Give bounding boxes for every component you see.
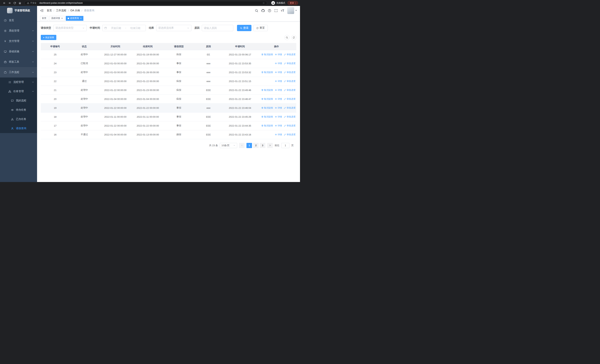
sidebar-item-workflow[interactable]: 工作流程 [0,67,37,77]
cancel-leave-link[interactable]: 取消请假 [261,97,273,101]
address-bar[interactable]: 不安全 dashboard.yudao.iocoder.cn/bpm/oa/le… [24,1,267,5]
progress-link[interactable]: 审批进度 [284,106,296,110]
leave-type-label: 请假类型 [41,26,51,30]
cell-operations: 取消请假 详情 审批进度 [257,121,296,130]
sidebar-item-infrastructure[interactable]: 基础设施 [0,46,37,57]
result-select[interactable]: 请选择流结果 [156,25,191,31]
bookmark-star-icon[interactable]: ☆ [262,1,265,4]
tree-icon [8,90,11,93]
browser-forward-button[interactable] [7,0,12,5]
sidebar-item-done-tasks[interactable]: 已办任务 [0,114,37,124]
tab-leave-query[interactable]: 请假查询 × [66,16,84,21]
active-tab-dot [68,18,69,19]
cell-start-time: 2022-01-11 00:00:00 [99,112,131,121]
workflow-submenu: 流程管理 任务管理 我的流程 待办任务 [0,77,37,133]
sidebar-item-task-management[interactable]: 任务管理 [0,87,37,96]
menu-dots-icon[interactable] [294,2,297,4]
next-page-button[interactable] [267,143,273,148]
sidebar-item-todo-tasks[interactable]: 待办任务 [0,105,37,114]
cell-apply-time: 2022-01-22 23:51:15 [223,77,257,86]
cell-status: 处理中 [69,50,99,59]
cancel-leave-link[interactable]: 取消请假 [261,115,273,118]
app-logo[interactable]: 芋道管理系统 [0,6,37,15]
progress-link[interactable]: 审批进度 [284,115,296,118]
detail-link[interactable]: 详情 [275,71,282,74]
detail-link[interactable]: 详情 [275,89,282,92]
sidebar-item-home[interactable]: 首页 [0,15,37,26]
page-size-select[interactable]: 10条/页 [220,143,237,148]
progress-link[interactable]: 审批进度 [284,80,296,83]
start-date-input[interactable] [108,27,124,29]
tab-home[interactable]: 首页 [40,16,48,21]
detail-link[interactable]: 详情 [275,133,282,136]
avatar[interactable] [287,7,294,14]
tab-process-detail[interactable]: 流程详情 × [49,16,65,21]
cell-status: 处理中 [69,68,99,77]
close-icon[interactable]: × [80,17,82,19]
toggle-search-button[interactable] [284,35,290,40]
browser-back-button[interactable] [2,0,7,5]
close-icon[interactable]: × [61,17,63,19]
progress-link[interactable]: 审批进度 [284,62,296,65]
eye-icon [11,108,14,111]
sidebar-item-devtools[interactable]: 研发工具 [0,57,37,67]
detail-link[interactable]: 详情 [275,80,282,83]
detail-link[interactable]: 详情 [275,62,282,65]
table-tools [284,35,296,40]
fullscreen-button[interactable] [274,9,278,12]
collapse-sidebar-button[interactable] [40,9,44,12]
breadcrumb-workflow[interactable]: 工作流程 [56,9,66,12]
create-leave-button[interactable]: + 发起请假 [41,35,56,40]
detail-link[interactable]: 详情 [275,124,282,127]
page-button-3[interactable]: 3 [260,143,265,148]
sidebar-item-my-processes[interactable]: 我的流程 [0,96,37,105]
help-button[interactable] [268,9,271,12]
breadcrumb-oa-example[interactable]: OA 示例 [70,9,80,12]
sidebar-item-leave-query[interactable]: 请假查询 [0,124,37,133]
detail-link[interactable]: 详情 [275,97,282,101]
reason-input[interactable] [204,27,231,29]
refresh-table-button[interactable] [291,35,296,40]
cancel-leave-link[interactable]: 取消请假 [261,106,273,110]
goto-page-input[interactable] [281,143,290,148]
browser-home-button[interactable] [18,0,22,5]
search-button[interactable]: 搜索 [237,25,252,31]
detail-link[interactable]: 详情 [275,106,282,110]
cancel-leave-link[interactable]: 取消请假 [261,71,273,74]
progress-link[interactable]: 审批进度 [284,71,296,74]
reset-button[interactable]: 重置 [253,25,268,31]
page-button-2[interactable]: 2 [253,143,259,148]
progress-link[interactable]: 审批进度 [284,89,296,92]
github-link[interactable] [261,9,265,12]
cell-leave-type: 事假 [164,103,194,112]
cell-status: 不通过 [69,130,99,139]
header-search-button[interactable] [255,9,258,12]
sidebar-item-system[interactable]: 系统管理 [0,26,37,36]
font-size-button[interactable]: TT [281,9,284,12]
sidebar-item-process-management[interactable]: 流程管理 [0,77,37,87]
cancel-leave-link[interactable]: 取消请假 [261,124,273,127]
cancel-leave-link[interactable]: 取消请假 [261,53,273,56]
page-button-1[interactable]: 1 [246,143,252,148]
prev-page-button[interactable] [239,143,244,148]
apply-time-range-picker[interactable]: - [102,25,146,31]
chevron-down-icon [32,81,34,83]
user-menu[interactable] [287,7,297,14]
cancel-leave-link[interactable]: 取消请假 [261,89,273,92]
sidebar-item-payment[interactable]: ¥ 支付管理 [0,36,37,46]
browser-reload-button[interactable] [12,0,17,5]
security-indicator[interactable]: 不安全 [27,2,37,4]
leave-type-select[interactable]: 请选择请假类型 [53,25,87,31]
browser-update-button[interactable]: 更新 [287,1,298,5]
detail-link[interactable]: 详情 [275,53,282,56]
reason-input-wrap[interactable] [202,25,233,31]
progress-link[interactable]: 审批进度 [284,124,296,127]
progress-link[interactable]: 审批进度 [284,53,296,56]
cell-reason: EEE [194,130,223,139]
cell-start-time: 2022-01-22 00:00:00 [99,121,131,130]
detail-link[interactable]: 详情 [275,115,282,118]
breadcrumb-home[interactable]: 首页 [47,9,52,12]
progress-link[interactable]: 审批进度 [284,133,296,136]
end-date-input[interactable] [127,27,144,29]
progress-link[interactable]: 审批进度 [284,97,296,101]
